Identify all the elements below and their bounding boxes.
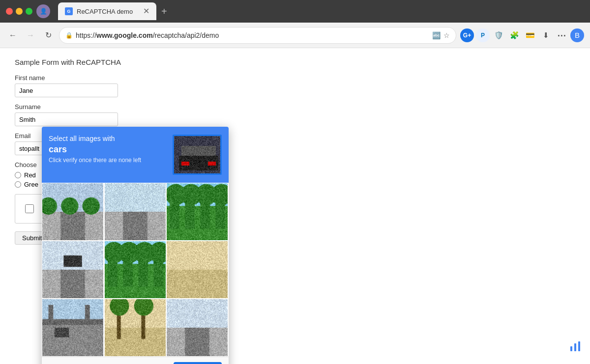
navigation-bar: ← → ↻ 🔒 https://www.google.com/recaptcha… — [0, 23, 590, 48]
url-text: https://www.google.com/recaptcha/api2/de… — [76, 31, 429, 39]
surname-field: Surname — [15, 103, 575, 126]
puzzle-extension[interactable]: 🧩 — [507, 28, 521, 42]
surname-label: Surname — [15, 103, 575, 111]
captcha-header: Select all images with cars Click verify… — [42, 127, 229, 183]
minimize-button[interactable] — [16, 8, 23, 15]
captcha-subtitle: Click verify once there are none left — [49, 157, 167, 164]
user-avatar: 👤 — [36, 4, 50, 18]
mixpanel-icon[interactable] — [568, 339, 582, 356]
captcha-grid: ✓ ✓ ✓ ✓ ✓ ✓ ✓ ✓ ✓ — [42, 183, 229, 357]
radio-green-label: Gree — [24, 181, 38, 188]
download-button[interactable]: ⬇ — [539, 28, 553, 42]
browser-extensions: G+ P 🛡️ 🧩 💳 ⬇ ⋯ B — [460, 28, 584, 42]
grid-cell-6[interactable]: ✓ — [166, 241, 228, 299]
maximize-button[interactable] — [26, 8, 32, 15]
captcha-keyword: cars — [49, 144, 167, 155]
tab-title: ReCAPTCHA demo — [77, 8, 139, 15]
address-bar[interactable]: 🔒 https://www.google.com/recaptcha/api2/… — [59, 27, 456, 44]
back-button[interactable]: ← — [6, 28, 20, 42]
close-button[interactable] — [6, 8, 13, 15]
grid-cell-8[interactable]: ✓ — [104, 299, 166, 357]
firstname-label: First name — [15, 74, 575, 82]
firstname-input[interactable] — [15, 84, 118, 97]
checkbox-area[interactable] — [15, 194, 44, 224]
tab-close-button[interactable]: ✕ — [143, 7, 149, 15]
verify-button[interactable]: VERIFY — [174, 362, 222, 364]
captcha-footer: ↻ 🎧 ℹ VERIFY — [42, 357, 229, 364]
menu-button[interactable]: ⋯ — [555, 28, 568, 42]
svg-rect-1 — [574, 343, 576, 351]
grid-cell-7[interactable]: ✓ — [42, 299, 104, 357]
svg-rect-2 — [578, 341, 580, 351]
surname-input[interactable] — [15, 112, 118, 126]
traffic-lights — [6, 8, 32, 15]
grid-cell-5[interactable]: ✓ — [104, 241, 166, 299]
grid-cell-2[interactable]: ✓ — [104, 183, 166, 241]
grid-cell-4[interactable]: ✓ — [42, 241, 104, 299]
new-tab-button[interactable]: + — [156, 4, 172, 19]
checkbox-input[interactable] — [25, 204, 34, 213]
grid-cell-9[interactable]: ✓ — [166, 299, 228, 357]
bookmark-icon[interactable]: ☆ — [443, 31, 450, 39]
tab-favicon: G — [65, 7, 73, 15]
profile-icon[interactable]: G+ — [460, 28, 474, 42]
paypal-extension[interactable]: P — [476, 28, 490, 42]
svg-rect-0 — [570, 346, 572, 351]
forward-button[interactable]: → — [24, 28, 37, 42]
grid-cell-1[interactable]: ✓ — [42, 183, 104, 241]
translate-icon[interactable]: 🔤 — [432, 31, 441, 39]
form-title: Sample Form with ReCAPTCHA — [15, 58, 575, 66]
captcha-instruction: Select all images with — [49, 135, 167, 142]
page-content: Sample Form with ReCAPTCHA First name Su… — [0, 48, 590, 364]
captcha-header-text: Select all images with cars Click verify… — [49, 135, 167, 164]
firstname-field: First name — [15, 74, 575, 97]
browser-tab[interactable]: G ReCAPTCHA demo ✕ — [58, 2, 156, 20]
captcha-featured-image — [173, 135, 222, 175]
radio-green-input[interactable] — [15, 181, 21, 188]
reload-button[interactable]: ↻ — [41, 28, 55, 42]
radio-red-input[interactable] — [15, 172, 21, 178]
grid-cell-3[interactable]: ✓ — [166, 183, 228, 241]
radio-red-label: Red — [24, 171, 36, 179]
lock-icon: 🔒 — [65, 32, 73, 39]
wallet-extension[interactable]: 💳 — [523, 28, 537, 42]
recaptcha-challenge: Select all images with cars Click verify… — [42, 127, 229, 364]
browser-icon[interactable]: B — [570, 28, 584, 42]
shield-extension[interactable]: 🛡️ — [492, 28, 505, 42]
